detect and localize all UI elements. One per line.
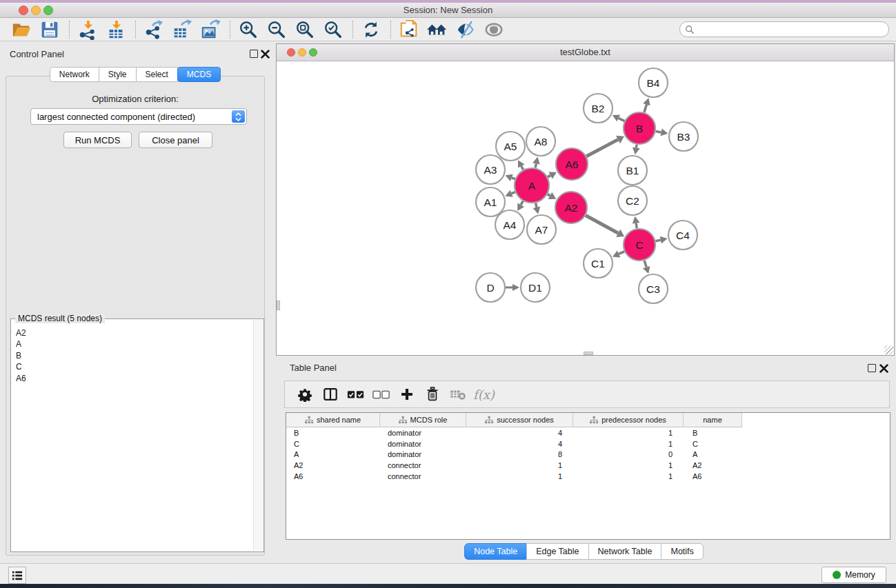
close-table-panel-icon[interactable] xyxy=(879,363,889,373)
tab-network-table[interactable]: Network Table xyxy=(588,543,662,560)
criterion-dropdown[interactable]: largest connected component (directed) xyxy=(30,108,247,125)
hierarchy-icon xyxy=(590,416,598,424)
refresh-icon[interactable] xyxy=(359,19,383,40)
tab-motifs[interactable]: Motifs xyxy=(661,543,703,560)
edge-B-B3[interactable] xyxy=(656,131,661,132)
arrowhead-icon xyxy=(643,266,650,274)
zoom-in-icon[interactable] xyxy=(237,19,260,40)
node-label: A3 xyxy=(484,164,497,176)
table-tabs: Node TableEdge TableNetwork TableMotifs xyxy=(272,543,896,560)
column-label: name xyxy=(703,416,722,424)
close-panel-icon[interactable] xyxy=(261,49,270,59)
float-table-panel-icon[interactable] xyxy=(868,364,876,372)
export-image-icon[interactable] xyxy=(199,19,222,40)
node-label: C1 xyxy=(591,258,605,270)
export-network-icon[interactable] xyxy=(142,19,166,40)
tab-select[interactable]: Select xyxy=(136,67,178,82)
edge-A2-C[interactable] xyxy=(586,215,618,233)
float-panel-icon[interactable] xyxy=(250,50,258,58)
column-header-predecessor-nodes[interactable]: predecessor nodes xyxy=(573,413,684,427)
search-icon xyxy=(685,25,695,34)
main-toolbar xyxy=(0,18,896,41)
delete-table-icon[interactable] xyxy=(448,385,468,404)
run-mcds-button[interactable]: Run MCDS xyxy=(63,132,132,148)
edge-A-A6[interactable] xyxy=(548,175,550,176)
function-builder-label: f(x) xyxy=(473,387,495,402)
hide-graphics-details-icon[interactable] xyxy=(454,19,477,40)
arrowhead-icon xyxy=(532,157,540,165)
show-graphics-details-icon[interactable] xyxy=(482,19,506,40)
mcds-result-list[interactable]: A2ABCA6 xyxy=(12,327,253,551)
edge-B-B2[interactable] xyxy=(619,118,625,121)
edge-C-C4[interactable] xyxy=(655,240,660,241)
table-cell: B xyxy=(684,429,742,437)
edge-B-B4[interactable] xyxy=(644,105,646,112)
zoom-out-icon[interactable] xyxy=(265,19,288,40)
column-header-name[interactable]: name xyxy=(684,413,742,427)
window-resize-grip[interactable] xyxy=(884,345,893,354)
network-canvas[interactable]: B4B2BB3A8A5A6A3B1AC2A1A2A4A7C4CC1DD1C3 xyxy=(277,61,894,355)
settings-gear-icon[interactable] xyxy=(295,385,315,404)
export-table-icon[interactable] xyxy=(170,19,194,40)
tab-mcds[interactable]: MCDS xyxy=(177,67,221,82)
canvas-horizontal-scrollbar[interactable] xyxy=(584,352,593,355)
edge-A-A7[interactable] xyxy=(536,203,537,207)
tab-edge-table[interactable]: Edge Table xyxy=(526,543,588,560)
zoom-selected-icon[interactable] xyxy=(321,19,345,40)
result-item[interactable]: C xyxy=(16,361,253,372)
import-table-icon[interactable] xyxy=(104,19,128,40)
task-history-icon[interactable] xyxy=(8,567,26,584)
edge-C-C1[interactable] xyxy=(619,252,624,254)
zoom-fit-icon[interactable] xyxy=(293,19,317,40)
edge-C-C3[interactable] xyxy=(644,261,646,267)
open-folder-icon[interactable] xyxy=(10,19,33,40)
show-columns-icon[interactable] xyxy=(320,385,341,404)
new-network-from-file-icon[interactable] xyxy=(397,19,421,40)
tab-style[interactable]: Style xyxy=(99,67,137,82)
result-item[interactable]: B xyxy=(16,350,253,361)
memory-button[interactable]: Memory xyxy=(822,567,886,583)
table-row[interactable]: Bdominator41B xyxy=(286,427,890,438)
search-input[interactable] xyxy=(695,23,888,36)
edge-A-A4[interactable] xyxy=(521,201,523,205)
column-header-successor-nodes[interactable]: successor nodes xyxy=(466,413,573,427)
column-header-mcds-role[interactable]: MCDS role xyxy=(380,413,466,427)
save-session-icon[interactable] xyxy=(38,19,61,40)
table-cell: A6 xyxy=(286,472,380,480)
arrowhead-icon xyxy=(633,148,640,155)
network-graph[interactable]: B4B2BB3A8A5A6A3B1AC2A1A2A4A7C4CC1DD1C3 xyxy=(277,61,894,356)
tab-node-table[interactable]: Node Table xyxy=(464,543,527,560)
result-item[interactable]: A6 xyxy=(16,373,253,384)
function-builder-icon[interactable]: f(x) xyxy=(473,385,495,404)
table-row[interactable]: Cdominator41C xyxy=(286,438,890,449)
mcds-result-title: MCDS result (5 nodes) xyxy=(15,314,105,323)
column-header-shared-name[interactable]: shared name xyxy=(286,413,380,427)
result-scrollbar[interactable] xyxy=(253,320,263,551)
table-row[interactable]: A6connector11A6 xyxy=(286,471,890,482)
result-item[interactable]: A2 xyxy=(16,327,253,338)
delete-columns-icon[interactable] xyxy=(422,385,443,404)
edge-A6-B[interactable] xyxy=(586,139,618,156)
result-item[interactable]: A xyxy=(16,338,253,349)
deselect-all-columns-icon[interactable] xyxy=(371,385,392,404)
edge-A-A2[interactable] xyxy=(548,194,550,196)
tab-network[interactable]: Network xyxy=(50,67,99,82)
table-cell: 4 xyxy=(466,429,573,437)
edge-C-C2[interactable] xyxy=(636,223,637,229)
edge-A-A3[interactable] xyxy=(512,178,515,179)
close-panel-button[interactable]: Close panel xyxy=(139,132,212,148)
edge-A-A5[interactable] xyxy=(521,166,524,170)
home-layout-icon[interactable] xyxy=(426,19,449,40)
select-all-columns-icon[interactable] xyxy=(346,385,366,404)
edge-A-A8[interactable] xyxy=(535,163,536,168)
toolbar-search[interactable] xyxy=(679,21,889,37)
table-row[interactable]: A2connector11A2 xyxy=(286,460,890,471)
edge-B-B1[interactable] xyxy=(636,145,637,148)
import-network-icon[interactable] xyxy=(76,19,99,40)
table-cell: 8 xyxy=(466,450,573,458)
table-row[interactable]: Adominator80A xyxy=(286,449,890,460)
canvas-vertical-scrollbar[interactable] xyxy=(277,301,280,310)
create-column-icon[interactable] xyxy=(397,385,417,404)
network-window-titlebar[interactable]: testGlobe.txt xyxy=(277,44,894,61)
edge-A-A1[interactable] xyxy=(512,192,515,194)
